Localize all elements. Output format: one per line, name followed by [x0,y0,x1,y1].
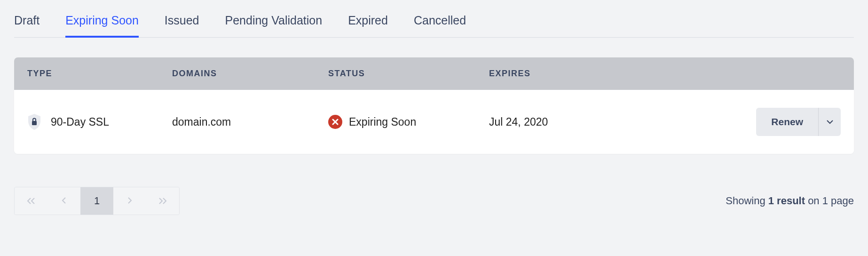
header-type: TYPE [27,69,172,79]
tab-issued[interactable]: Issued [165,10,199,38]
header-status: STATUS [328,69,489,79]
certificates-table: TYPE DOMAINS STATUS EXPIRES 90-Day SSL d… [14,57,854,154]
tab-draft[interactable]: Draft [14,10,39,38]
pagination-next-button[interactable] [113,187,146,215]
chevron-left-icon [61,195,67,207]
pagination: 1 [14,187,180,215]
table-row: 90-Day SSL domain.com Expiring Soon Jul … [14,90,854,154]
header-domains: DOMAINS [172,69,328,79]
error-icon [328,115,342,129]
tab-expired[interactable]: Expired [348,10,388,38]
chevron-right-icon [127,195,133,207]
action-button-group: Renew [756,108,841,136]
renew-button[interactable]: Renew [756,108,818,136]
header-expires: EXPIRES [489,69,617,79]
tab-expiring-soon[interactable]: Expiring Soon [65,10,139,38]
results-summary: Showing 1 result on 1 page [726,195,854,207]
chevron-down-icon [826,119,834,126]
pagination-first-button[interactable] [15,187,47,215]
chevron-double-left-icon [26,197,36,205]
action-dropdown-button[interactable] [818,108,841,136]
chevron-double-right-icon [158,197,167,205]
shield-lock-icon [27,113,41,130]
tab-pending-validation[interactable]: Pending Validation [225,10,323,38]
pagination-prev-button[interactable] [47,187,80,215]
expires-label: Jul 24, 2020 [489,116,548,128]
tab-cancelled[interactable]: Cancelled [414,10,466,38]
domain-label: domain.com [172,116,231,128]
cert-type-label: 90-Day SSL [51,116,109,128]
svg-rect-0 [32,121,37,125]
status-label: Expiring Soon [349,116,416,128]
pagination-last-button[interactable] [146,187,179,215]
table-header-row: TYPE DOMAINS STATUS EXPIRES [14,57,854,90]
tab-bar: Draft Expiring Soon Issued Pending Valid… [14,0,854,38]
pagination-page-1[interactable]: 1 [80,187,113,215]
